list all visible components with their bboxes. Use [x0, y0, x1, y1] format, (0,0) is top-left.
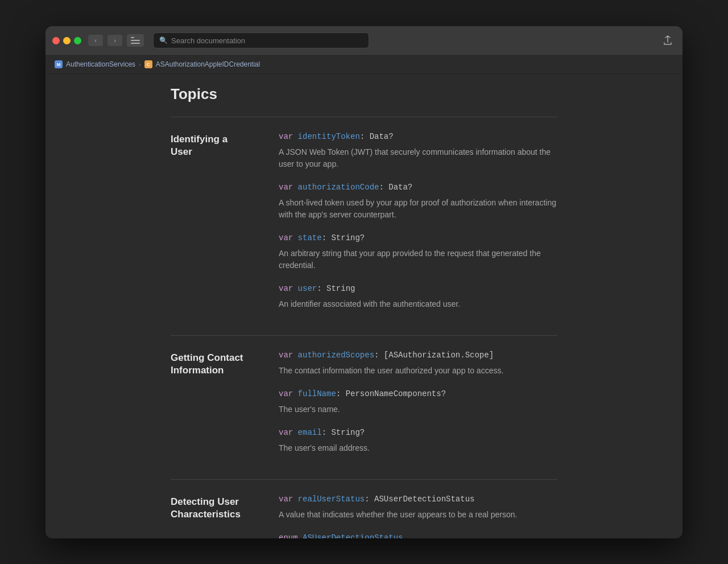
keyword: var: [279, 183, 298, 192]
api-description: The user's email address.: [279, 442, 557, 454]
api-entry-authorizationCode: var authorizationCode: Data? A short-liv…: [279, 182, 557, 221]
api-type: : String?: [322, 233, 365, 242]
api-signature: enum ASUserDetectionStatus: [279, 532, 557, 538]
api-description: A JSON Web Token (JWT) that securely com…: [279, 146, 557, 170]
topic-label-detecting-user: Detecting UserCharacteristics: [171, 493, 279, 538]
api-signature: var identityToken: Data?: [279, 131, 557, 143]
api-entry-identityToken: var identityToken: Data? A JSON Web Toke…: [279, 131, 557, 170]
api-name-link[interactable]: identityToken: [298, 132, 360, 141]
api-name-link[interactable]: ASUserDetectionStatus: [303, 533, 403, 538]
search-bar[interactable]: 🔍 Search documentation: [153, 32, 369, 48]
content-area[interactable]: Topics Identifying aUser var identityTok…: [46, 74, 682, 538]
api-signature: var authorizationCode: Data?: [279, 182, 557, 194]
api-signature: var realUserStatus: ASUserDetectionStatu…: [279, 493, 557, 505]
api-entry-fullName: var fullName: PersonNameComponents? The …: [279, 388, 557, 415]
api-type: : [ASAuthorization.Scope]: [374, 351, 494, 360]
api-name-link[interactable]: state: [298, 233, 322, 242]
close-button[interactable]: [52, 37, 60, 44]
topic-content-detecting-user: var realUserStatus: ASUserDetectionStatu…: [279, 493, 557, 538]
api-name-link[interactable]: realUserStatus: [298, 495, 365, 504]
api-description: An identifier associated with the authen…: [279, 298, 557, 310]
topic-content-identifying-user: var identityToken: Data? A JSON Web Toke…: [279, 131, 557, 322]
api-type: : PersonNameComponents?: [336, 389, 446, 398]
api-type: : Data?: [379, 183, 412, 192]
minimize-button[interactable]: [63, 37, 71, 44]
topic-content-contact-info: var authorizedScopes: [ASAuthorization.S…: [279, 349, 557, 466]
breadcrumb-item-class: C ASAuthorizationAppleIDCredential: [144, 60, 260, 68]
keyword: var: [279, 351, 298, 360]
breadcrumb-class-label[interactable]: ASAuthorizationAppleIDCredential: [156, 60, 260, 68]
traffic-lights: [52, 37, 81, 44]
divider-2: [171, 479, 557, 480]
api-entry-realUserStatus: var realUserStatus: ASUserDetectionStatu…: [279, 493, 557, 521]
keyword: var: [279, 233, 298, 242]
page-title: Topics: [171, 85, 557, 103]
breadcrumb-item-module: M AuthenticationServices: [55, 60, 135, 68]
api-entry-ASUserDetectionStatus: enum ASUserDetectionStatus: [279, 532, 557, 538]
api-description: A short-lived token used by your app for…: [279, 197, 557, 221]
topic-label-text: Identifying aUser: [171, 134, 228, 157]
topic-label-text: Getting ContactInformation: [171, 352, 243, 376]
share-icon: [663, 35, 672, 46]
api-description: The contact information the user authori…: [279, 365, 557, 377]
api-name-link[interactable]: email: [298, 428, 322, 437]
divider-top: [171, 117, 557, 117]
breadcrumb: M AuthenticationServices › C ASAuthoriza…: [46, 56, 682, 74]
topic-label-text: Detecting UserCharacteristics: [171, 496, 241, 520]
api-entry-email: var email: String? The user's email addr…: [279, 427, 557, 454]
api-name-link[interactable]: user: [298, 284, 317, 293]
api-entry-state: var state: String? An arbitrary string t…: [279, 232, 557, 271]
divider-1: [171, 335, 557, 336]
api-signature: var fullName: PersonNameComponents?: [279, 388, 557, 400]
api-type: : String?: [322, 428, 365, 437]
breadcrumb-separator: ›: [139, 61, 141, 68]
keyword: var: [279, 428, 298, 437]
topic-label-contact-info: Getting ContactInformation: [171, 349, 279, 466]
forward-button[interactable]: ›: [107, 35, 122, 46]
search-placeholder: Search documentation: [171, 36, 245, 45]
sidebar-icon: [131, 37, 140, 44]
class-icon: C: [144, 60, 152, 68]
api-entry-authorizedScopes: var authorizedScopes: [ASAuthorization.S…: [279, 349, 557, 377]
chevron-right-icon: ›: [114, 37, 116, 44]
share-button[interactable]: [660, 32, 676, 48]
api-entry-user: var user: String An identifier associate…: [279, 283, 557, 310]
api-signature: var email: String?: [279, 427, 557, 439]
title-bar: ‹ › 🔍 Search documentation: [46, 26, 682, 56]
keyword: var: [279, 495, 298, 504]
topic-section-contact-info: Getting ContactInformation var authorize…: [171, 349, 557, 466]
zoom-button[interactable]: [74, 37, 81, 44]
api-signature: var authorizedScopes: [ASAuthorization.S…: [279, 349, 557, 361]
api-signature: var user: String: [279, 283, 557, 295]
api-description: A value that indicates whether the user …: [279, 509, 557, 521]
doc-container: Topics Identifying aUser var identityTok…: [148, 85, 580, 538]
api-signature: var state: String?: [279, 232, 557, 244]
topic-section-detecting-user: Detecting UserCharacteristics var realUs…: [171, 493, 557, 538]
keyword: var: [279, 132, 298, 141]
topic-section-identifying-user: Identifying aUser var identityToken: Dat…: [171, 131, 557, 322]
chevron-left-icon: ‹: [94, 37, 97, 44]
keyword: var: [279, 284, 298, 293]
api-description: An arbitrary string that your app provid…: [279, 248, 557, 271]
sidebar-toggle-button[interactable]: [127, 34, 144, 47]
app-window: ‹ › 🔍 Search documentation M Authenticat…: [46, 26, 682, 538]
topic-label-identifying-user: Identifying aUser: [171, 131, 279, 322]
api-name-link[interactable]: fullName: [298, 389, 336, 398]
back-button[interactable]: ‹: [88, 35, 103, 46]
keyword: enum: [279, 533, 303, 538]
api-name-link[interactable]: authorizationCode: [298, 183, 379, 192]
api-type: : String: [317, 284, 355, 293]
module-icon: M: [55, 60, 63, 68]
api-type: : Data?: [360, 132, 394, 141]
api-type: : ASUserDetectionStatus: [365, 495, 474, 504]
api-description: The user's name.: [279, 404, 557, 415]
api-name-link[interactable]: authorizedScopes: [298, 351, 374, 360]
keyword: var: [279, 389, 298, 398]
search-icon: 🔍: [159, 36, 168, 44]
breadcrumb-module-label[interactable]: AuthenticationServices: [66, 60, 135, 68]
